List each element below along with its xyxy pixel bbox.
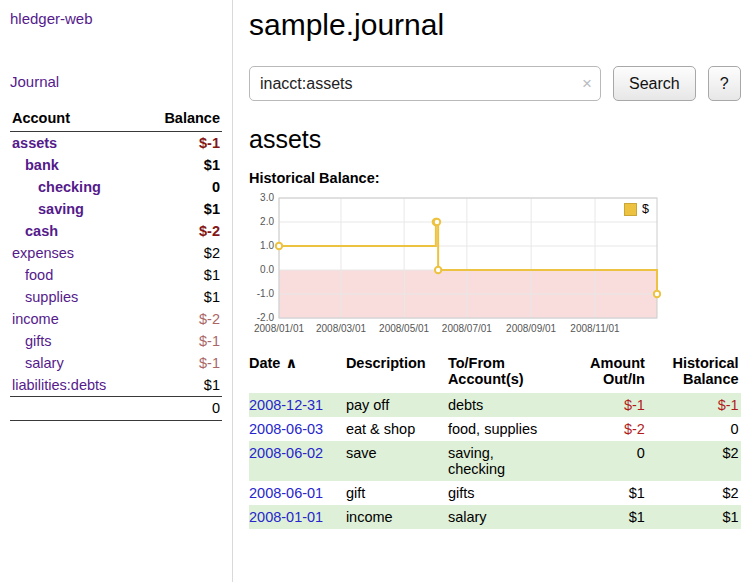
accounts-header-row: Account Balance [10, 106, 222, 132]
transaction-date-link[interactable]: 2008-12-31 [249, 397, 323, 413]
account-balance: $1 [142, 264, 222, 286]
transaction-description: income [346, 505, 448, 529]
account-name-cell: assets [10, 132, 142, 155]
account-row: income $-2 [10, 308, 222, 330]
chart-title: Historical Balance: [249, 170, 741, 186]
transaction-date-link[interactable]: 2008-01-01 [249, 509, 323, 525]
search-box: × [249, 66, 601, 101]
sidebar: hledger-web Journal Account Balance asse… [0, 0, 233, 582]
account-row: liabilities:debts $1 [10, 374, 222, 397]
account-balance: $-1 [142, 132, 222, 155]
account-link[interactable]: cash [25, 223, 58, 239]
search-input[interactable] [249, 66, 601, 101]
account-row: food $1 [10, 264, 222, 286]
transaction-description: save [346, 441, 448, 481]
transaction-date-link[interactable]: 2008-06-01 [249, 485, 323, 501]
transaction-date-link[interactable]: 2008-06-03 [249, 421, 323, 437]
account-balance: $-2 [142, 220, 222, 242]
account-name-cell: cash [10, 220, 142, 242]
account-link[interactable]: food [25, 267, 53, 283]
register-row: 2008-12-31 pay off debts $-1 $-1 [249, 393, 741, 417]
clear-search-icon[interactable]: × [582, 74, 592, 91]
account-balance: $1 [142, 198, 222, 220]
account-name-cell: gifts [10, 330, 142, 352]
account-row: gifts $-1 [10, 330, 222, 352]
transaction-description: pay off [346, 393, 448, 417]
svg-text:2008/11/01: 2008/11/01 [570, 323, 620, 334]
svg-text:0.0: 0.0 [260, 264, 274, 275]
balance-chart: 3.02.01.00.0-1.0-2.02008/01/012008/03/01… [249, 192, 661, 343]
help-button[interactable]: ? [708, 66, 741, 101]
account-name-cell: checking [10, 176, 142, 198]
transaction-accounts: saving, checking [448, 441, 575, 481]
svg-text:1.0: 1.0 [260, 240, 274, 251]
register-table-body: 2008-12-31 pay off debts $-1 $-1 2008-06… [249, 393, 741, 529]
account-row: assets $-1 [10, 132, 222, 155]
accounts-total-row: 0 [10, 397, 222, 421]
register-header-row: Date∧ Description To/From Account(s) Amo… [249, 353, 741, 393]
account-row: saving $1 [10, 198, 222, 220]
account-balance: $1 [142, 154, 222, 176]
search-button[interactable]: Search [613, 66, 696, 101]
transaction-accounts: gifts [448, 481, 575, 505]
app-title-link[interactable]: hledger-web [10, 10, 222, 27]
account-link[interactable]: bank [25, 157, 59, 173]
account-balance: $-1 [142, 352, 222, 374]
account-balance: $1 [142, 286, 222, 308]
register-table: Date∧ Description To/From Account(s) Amo… [249, 353, 741, 529]
transaction-balance: 0 [653, 417, 741, 441]
transaction-date-cell: 2008-06-03 [249, 417, 346, 441]
transaction-date-cell: 2008-12-31 [249, 393, 346, 417]
account-balance: $-2 [142, 308, 222, 330]
register-row: 2008-06-02 save saving, checking 0 $2 [249, 441, 741, 481]
account-link[interactable]: salary [25, 355, 64, 371]
register-header-amount: Amount Out/In [575, 353, 653, 393]
svg-text:2008/05/01: 2008/05/01 [379, 323, 429, 334]
account-balance: $-1 [142, 330, 222, 352]
transaction-date-cell: 2008-06-02 [249, 441, 346, 481]
accounts-table: Account Balance assets $-1 bank $1 check… [10, 106, 222, 421]
register-header-date-label: Date [249, 355, 280, 371]
account-link[interactable]: expenses [12, 245, 74, 261]
sidebar-item-journal[interactable]: Journal [10, 73, 222, 90]
account-name-cell: bank [10, 154, 142, 176]
transaction-date-link[interactable]: 2008-06-02 [249, 445, 323, 461]
account-row: expenses $2 [10, 242, 222, 264]
accounts-table-body: assets $-1 bank $1 checking 0 saving $1 … [10, 132, 222, 397]
svg-text:2008/03/01: 2008/03/01 [316, 323, 366, 334]
register-header-balance: Historical Balance [653, 353, 741, 393]
account-link[interactable]: income [12, 311, 59, 327]
register-header-date[interactable]: Date∧ [249, 353, 346, 393]
account-name-cell: liabilities:debts [10, 374, 142, 397]
register-row: 2008-06-01 gift gifts $1 $2 [249, 481, 741, 505]
search-form: × Search ? [249, 66, 741, 101]
svg-text:2008/07/01: 2008/07/01 [442, 323, 492, 334]
account-link[interactable]: assets [12, 135, 57, 151]
account-link[interactable]: saving [38, 201, 84, 217]
transaction-balance: $-1 [653, 393, 741, 417]
account-link[interactable]: checking [38, 179, 101, 195]
account-link[interactable]: liabilities:debts [12, 377, 106, 393]
register-row: 2008-01-01 income salary $1 $1 [249, 505, 741, 529]
transaction-date-cell: 2008-06-01 [249, 481, 346, 505]
account-heading: assets [249, 125, 741, 154]
svg-text:-2.0: -2.0 [257, 312, 275, 323]
svg-text:2.0: 2.0 [260, 216, 274, 227]
transaction-amount: $-2 [575, 417, 653, 441]
register-row: 2008-06-03 eat & shop food, supplies $-2… [249, 417, 741, 441]
account-row: supplies $1 [10, 286, 222, 308]
transaction-date-cell: 2008-01-01 [249, 505, 346, 529]
account-name-cell: food [10, 264, 142, 286]
transaction-balance: $1 [653, 505, 741, 529]
page-title: sample.journal [249, 8, 741, 42]
account-name-cell: saving [10, 198, 142, 220]
transaction-amount: $-1 [575, 393, 653, 417]
transaction-amount: $1 [575, 481, 653, 505]
register-header-description: Description [346, 353, 448, 393]
account-name-cell: salary [10, 352, 142, 374]
account-link[interactable]: gifts [25, 333, 52, 349]
svg-text:2008/01/01: 2008/01/01 [254, 323, 304, 334]
account-row: checking 0 [10, 176, 222, 198]
sort-ascending-icon: ∧ [285, 355, 297, 371]
account-link[interactable]: supplies [25, 289, 78, 305]
